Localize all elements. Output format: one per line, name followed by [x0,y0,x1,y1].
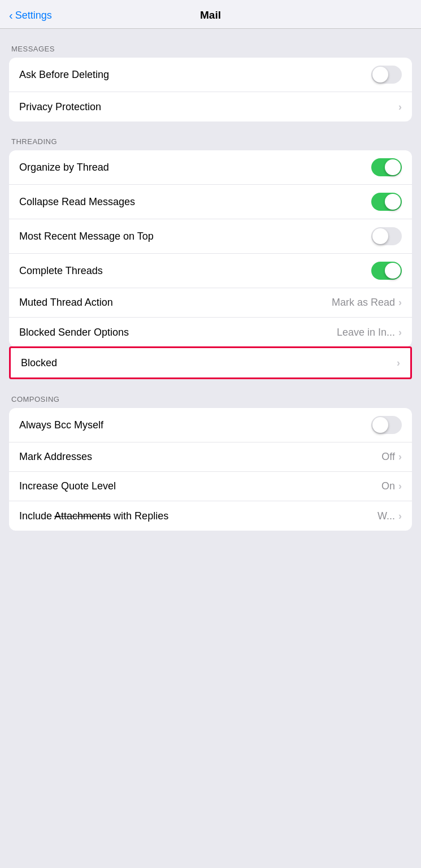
row-right-complete-threads [371,262,402,280]
toggle-knob-organize-by-thread [385,159,401,175]
row-label-mark-addresses: Mark Addresses [19,451,92,463]
chevron-right-icon: › [398,297,402,309]
chevron-right-icon: › [398,101,402,113]
row-label-blocked-sender-options: Blocked Sender Options [19,327,129,338]
row-label-muted-thread-action: Muted Thread Action [19,297,113,309]
row-blocked[interactable]: Blocked› [11,348,410,377]
row-increase-quote-level[interactable]: Increase Quote LevelOn› [9,472,412,501]
row-label-collapse-read-messages: Collapse Read Messages [19,196,135,208]
row-collapse-read-messages[interactable]: Collapse Read Messages [9,185,412,219]
toggle-organize-by-thread[interactable] [371,158,402,176]
row-most-recent-message[interactable]: Most Recent Message on Top [9,219,412,254]
row-right-organize-by-thread [371,158,402,176]
row-include-attachments[interactable]: Include Attachments with RepliesW...› [9,501,412,531]
row-label-always-bcc-myself: Always Bcc Myself [19,419,103,431]
chevron-right-icon: › [398,327,402,338]
section-label-composing: COMPOSING [9,395,412,403]
page-title: Mail [200,9,221,21]
toggle-knob-complete-threads [385,263,401,279]
row-right-privacy-protection: › [398,101,402,113]
section-threading: THREADINGOrganize by ThreadCollapse Read… [0,137,421,379]
row-label-organize-by-thread: Organize by Thread [19,162,109,173]
toggle-complete-threads[interactable] [371,262,402,280]
row-value-blocked-sender-options: Leave in In... [337,327,395,338]
chevron-right-icon: › [398,451,402,463]
toggle-collapse-read-messages[interactable] [371,193,402,211]
navigation-bar: ‹ Settings Mail [0,0,421,29]
chevron-left-icon: ‹ [9,9,13,22]
row-right-always-bcc-myself [371,416,402,434]
row-label-ask-before-deleting: Ask Before Deleting [19,69,109,81]
toggle-always-bcc-myself[interactable] [371,416,402,434]
row-label-privacy-protection: Privacy Protection [19,101,101,113]
row-value-increase-quote-level: On [381,480,395,492]
chevron-right-icon: › [398,480,402,492]
row-complete-threads[interactable]: Complete Threads [9,254,412,288]
row-right-include-attachments: W...› [377,510,402,522]
section-composing: COMPOSINGAlways Bcc MyselfMark Addresses… [0,395,421,531]
row-right-collapse-read-messages [371,193,402,211]
row-muted-thread-action[interactable]: Muted Thread ActionMark as Read› [9,288,412,318]
row-label-blocked: Blocked [21,357,57,369]
toggle-knob-collapse-read-messages [385,194,401,210]
back-label: Settings [15,10,52,21]
row-label-most-recent-message: Most Recent Message on Top [19,231,154,242]
toggle-knob-always-bcc-myself [372,417,388,433]
row-value-include-attachments: W... [377,510,395,522]
chevron-right-icon: › [398,510,402,522]
settings-card: Always Bcc MyselfMark AddressesOff›Incre… [9,408,412,531]
row-ask-before-deleting[interactable]: Ask Before Deleting [9,58,412,92]
row-right-increase-quote-level: On› [381,480,402,492]
back-button[interactable]: ‹ Settings [9,9,52,22]
section-messages: MESSAGESAsk Before DeletingPrivacy Prote… [0,45,421,121]
row-blocked-sender-options[interactable]: Blocked Sender OptionsLeave in In...› [9,318,412,347]
settings-card: Organize by ThreadCollapse Read Messages… [9,150,412,347]
row-privacy-protection[interactable]: Privacy Protection› [9,92,412,121]
row-right-mark-addresses: Off› [381,451,402,463]
toggle-most-recent-message[interactable] [371,227,402,245]
row-mark-addresses[interactable]: Mark AddressesOff› [9,442,412,472]
row-label-include-attachments: Include Attachments with Replies [19,510,168,522]
row-value-muted-thread-action: Mark as Read [332,297,395,309]
row-organize-by-thread[interactable]: Organize by Thread [9,150,412,185]
row-right-muted-thread-action: Mark as Read› [332,297,402,309]
toggle-ask-before-deleting[interactable] [371,66,402,84]
row-value-mark-addresses: Off [381,451,395,463]
toggle-knob-most-recent-message [372,228,388,244]
settings-card: Ask Before DeletingPrivacy Protection› [9,58,412,121]
row-always-bcc-myself[interactable]: Always Bcc Myself [9,408,412,442]
row-right-blocked: › [397,357,400,369]
chevron-right-icon: › [397,357,400,369]
section-label-threading: THREADING [9,137,412,146]
section-label-messages: MESSAGES [9,45,412,53]
row-right-ask-before-deleting [371,66,402,84]
toggle-knob-ask-before-deleting [372,67,388,83]
row-label-increase-quote-level: Increase Quote Level [19,480,116,492]
row-right-most-recent-message [371,227,402,245]
row-label-complete-threads: Complete Threads [19,265,103,277]
row-right-blocked-sender-options: Leave in In...› [337,327,402,338]
